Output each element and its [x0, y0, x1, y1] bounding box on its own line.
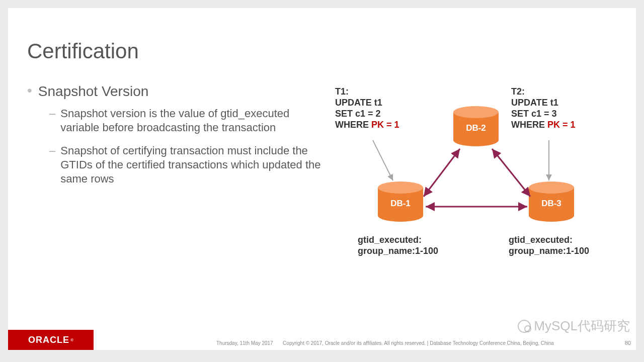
- gtid-db1: gtid_executed: group_name:1-100: [358, 234, 438, 256]
- gtid-db3: gtid_executed: group_name:1-100: [509, 234, 589, 256]
- bullet-dot: •: [27, 83, 32, 98]
- bullet-dash: –: [49, 107, 55, 121]
- slide: Certification • Snapshot Version – Snaps…: [8, 8, 636, 350]
- bullet-lvl2: – Snapshot version is the value of gtid_…: [49, 107, 329, 135]
- t1-line: UPDATE t1: [335, 97, 399, 108]
- bullet-lvl1-text: Snapshot Version: [38, 83, 149, 100]
- page-number: 80: [625, 340, 631, 346]
- t2-sql: T2: UPDATE t1 SET c1 = 3 WHERE PK = 1: [511, 86, 576, 130]
- t1-line: WHERE PK = 1: [335, 119, 399, 130]
- db-3: DB-3: [529, 182, 574, 222]
- bullet-lvl2: – Snapshot of certifying transaction mus…: [49, 144, 329, 186]
- wechat-icon: [518, 320, 531, 333]
- db-3-label: DB-3: [529, 199, 574, 209]
- footer-date: Thursday, 11th May 2017: [216, 340, 273, 346]
- db-2-label: DB-2: [453, 123, 499, 133]
- t1-sql: T1: UPDATE t1 SET c1 = 2 WHERE PK = 1: [335, 86, 399, 130]
- svg-line-0: [424, 149, 460, 197]
- content-area: • Snapshot Version – Snapshot version is…: [27, 83, 329, 195]
- t1-pk: PK = 1: [371, 120, 399, 130]
- t2-head: T2:: [511, 86, 576, 97]
- t1-head: T1:: [335, 86, 399, 97]
- footer-copyright: Copyright © 2017, Oracle and/or its affi…: [283, 340, 554, 346]
- db-1-label: DB-1: [378, 199, 423, 209]
- t2-line: UPDATE t1: [511, 97, 576, 108]
- watermark-text: MySQL代码研究: [534, 317, 630, 335]
- bullet-lvl1: • Snapshot Version: [27, 83, 329, 100]
- t2-pk: PK = 1: [547, 120, 576, 130]
- slide-title: Certification: [27, 39, 139, 63]
- db-2: DB-2: [453, 106, 499, 146]
- svg-line-1: [492, 149, 530, 197]
- t1-line: SET c1 = 2: [335, 108, 399, 119]
- svg-line-3: [373, 140, 393, 180]
- oracle-logo: ORACLE®: [8, 330, 94, 350]
- bullet-dash: –: [49, 144, 55, 158]
- db-1: DB-1: [378, 182, 423, 222]
- diagram: T1: UPDATE t1 SET c1 = 2 WHERE PK = 1 T2…: [335, 86, 622, 277]
- bullet-lvl2-text: Snapshot of certifying transaction must …: [60, 144, 322, 186]
- footer: Thursday, 11th May 2017 Copyright © 2017…: [216, 340, 554, 346]
- t2-line: WHERE PK = 1: [511, 119, 576, 130]
- bullet-lvl2-text: Snapshot version is the value of gtid_ex…: [60, 107, 322, 135]
- oracle-logo-text: ORACLE: [28, 335, 69, 345]
- t2-line: SET c1 = 3: [511, 108, 576, 119]
- watermark: MySQL代码研究: [518, 317, 630, 335]
